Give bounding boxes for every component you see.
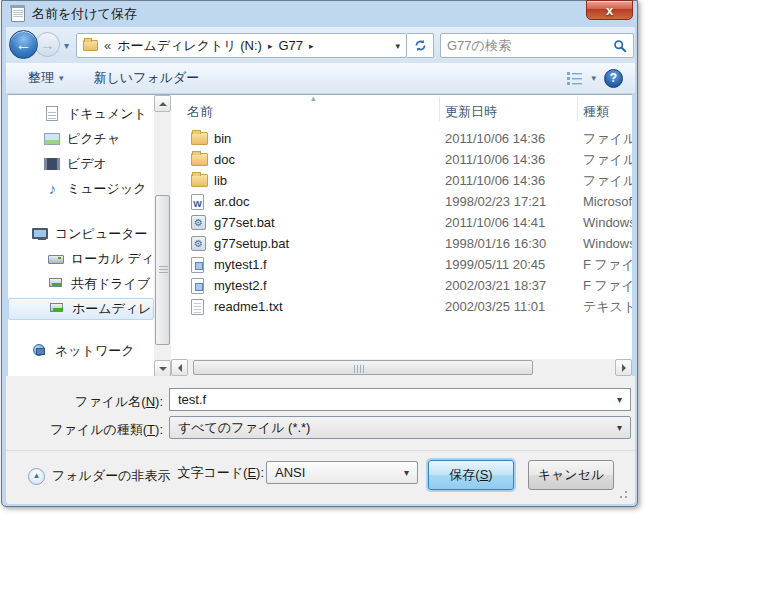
computer-icon [32, 226, 49, 242]
dialog-footer: ▲ フォルダーの非表示 文字コード(E): ANSI ▾ 保存(S) キャンセル [6, 450, 635, 504]
sidebar-item-music[interactable]: ♪ ミュージック [8, 178, 154, 200]
fortran-file-icon [191, 278, 204, 294]
filename-input[interactable]: test.f ▾ [169, 388, 631, 411]
list-header-row: ▴ 名前 更新日時 種類 [171, 95, 632, 123]
filetype-label: ファイルの種類(T): [50, 421, 163, 439]
forward-button[interactable]: → [35, 32, 60, 57]
filetype-select[interactable]: すべてのファイル (*.*) ▾ [169, 416, 631, 439]
filetype-value: すべてのファイル (*.*) [178, 419, 310, 437]
encoding-value: ANSI [275, 465, 305, 480]
list-horizontal-scrollbar[interactable] [171, 359, 632, 376]
scroll-right-button[interactable] [615, 359, 632, 376]
address-dropdown-icon[interactable]: ▾ [393, 41, 402, 51]
refresh-icon [414, 39, 427, 52]
sidebar-item-videos[interactable]: ビデオ [8, 153, 154, 175]
file-row[interactable]: bin 2011/10/06 14:36 ファイル フ [171, 128, 632, 149]
browse-pane: ドキュメント ピクチャ ビデオ ♪ ミュージック コンピューター ローカル ディ… [8, 94, 632, 376]
organize-button[interactable]: 整理 ▾ [20, 65, 72, 91]
sidebar-item-network[interactable]: ネットワーク [8, 340, 154, 362]
scroll-left-button[interactable] [171, 359, 188, 376]
chevron-down-icon: ▾ [404, 467, 409, 478]
refresh-button[interactable] [407, 33, 434, 58]
pictures-icon [44, 131, 61, 147]
sidebar-item-shared-drive[interactable]: 共有ドライブ (K [8, 273, 154, 295]
help-button[interactable]: ? [604, 69, 623, 88]
vertical-scroll-thumb[interactable] [155, 195, 170, 345]
forward-arrow-icon: → [41, 37, 55, 53]
collapse-up-icon: ▲ [28, 468, 45, 485]
search-placeholder: G77の検索 [447, 37, 613, 55]
breadcrumb-separator-icon[interactable]: ▸ [268, 41, 273, 51]
column-header-type[interactable]: 種類 [583, 103, 609, 121]
encoding-label: 文字コード(E): [177, 464, 264, 482]
resize-grip[interactable] [618, 489, 628, 499]
sidebar-vertical-scrollbar[interactable] [154, 95, 171, 377]
folder-icon [191, 153, 208, 166]
sidebar-item-local-disk[interactable]: ローカル ディス [8, 248, 154, 270]
save-button[interactable]: 保存(S) [428, 460, 514, 490]
chevron-down-icon[interactable]: ▾ [617, 394, 622, 405]
breadcrumb-overflow-chevrons[interactable]: « [104, 38, 111, 53]
batch-file-icon: ⚙ [191, 236, 206, 251]
column-header-date[interactable]: 更新日時 [445, 103, 497, 121]
file-row[interactable]: ⚙ g77setup.bat 1998/01/16 16:30 Windows … [171, 233, 632, 254]
cancel-button[interactable]: キャンセル [528, 460, 614, 490]
window-title: 名前を付けて保存 [32, 5, 137, 23]
column-divider[interactable] [439, 97, 440, 121]
file-row[interactable]: mytest2.f 2002/03/21 18:37 F ファイル [171, 275, 632, 296]
help-icon: ? [610, 71, 617, 85]
breadcrumb-separator-icon[interactable]: ▸ [309, 41, 314, 51]
file-row[interactable]: ⚙ g77set.bat 2011/10/06 14:41 Windows バ [171, 212, 632, 233]
hide-folders-button[interactable]: ▲ フォルダーの非表示 [28, 467, 171, 485]
sidebar-item-documents[interactable]: ドキュメント [8, 103, 154, 125]
file-row[interactable]: lib 2011/10/06 14:36 ファイル フ [171, 170, 632, 191]
network-drive-icon [49, 301, 66, 317]
horizontal-scroll-thumb[interactable] [193, 360, 533, 375]
command-toolbar: 整理 ▾ 新しいフォルダー ▾ ? [6, 63, 635, 94]
sidebar-item-home-directory[interactable]: ホームディレクト [8, 298, 154, 320]
file-row[interactable]: W ar.doc 1998/02/23 17:21 Microsoft W [171, 191, 632, 212]
navigation-bar: ← → ▾ « ホームディレクトリ (N:) ▸ G77 ▸ ▾ G77の検索 [6, 27, 635, 63]
back-button[interactable]: ← [9, 30, 38, 59]
views-dropdown-icon[interactable]: ▾ [591, 73, 596, 83]
recent-pages-dropdown[interactable]: ▾ [64, 40, 69, 51]
new-folder-button[interactable]: 新しいフォルダー [86, 65, 208, 91]
file-row[interactable]: doc 2011/10/06 14:36 ファイル フ [171, 149, 632, 170]
chevron-down-icon: ▾ [617, 422, 622, 433]
document-icon [44, 106, 61, 122]
column-divider[interactable] [577, 97, 578, 121]
scroll-up-button[interactable] [154, 95, 171, 112]
organize-label: 整理 [28, 69, 54, 87]
folder-icon [191, 132, 208, 145]
file-row[interactable]: mytest1.f 1999/05/11 20:45 F ファイル [171, 254, 632, 275]
column-header-name[interactable]: 名前 [187, 103, 213, 121]
scroll-down-button[interactable] [154, 360, 171, 377]
sidebar-item-pictures[interactable]: ピクチャ [8, 128, 154, 150]
title-bar[interactable]: 名前を付けて保存 [2, 1, 637, 27]
dialog-lower-area: ファイル名(N): test.f ▾ ファイルの種類(T): すべてのファイル … [6, 376, 635, 504]
address-bar[interactable]: « ホームディレクトリ (N:) ▸ G77 ▸ ▾ [76, 33, 407, 58]
network-drive-icon [48, 276, 65, 292]
folder-icon [191, 174, 208, 187]
filename-value: test.f [178, 392, 206, 407]
views-button[interactable] [566, 71, 583, 85]
sidebar-item-computer[interactable]: コンピューター [8, 223, 154, 245]
encoding-select[interactable]: ANSI ▾ [266, 461, 418, 484]
breadcrumb-item-current[interactable]: G77 [278, 38, 303, 53]
folder-icon [83, 40, 98, 51]
video-icon [44, 156, 61, 172]
filename-label: ファイル名(N): [75, 393, 163, 411]
music-note-icon: ♪ [44, 181, 61, 197]
search-input[interactable]: G77の検索 [440, 33, 634, 58]
notepad-app-icon [11, 6, 25, 22]
search-icon[interactable] [613, 39, 627, 53]
chevron-down-icon: ▾ [59, 73, 64, 83]
close-button[interactable]: x [586, 0, 633, 20]
views-list-icon [566, 71, 583, 85]
text-file-icon [191, 299, 204, 315]
navigation-sidebar: ドキュメント ピクチャ ビデオ ♪ ミュージック コンピューター ローカル ディ… [8, 95, 154, 377]
network-icon [32, 343, 49, 359]
close-icon: x [606, 3, 613, 18]
breadcrumb-item-drive[interactable]: ホームディレクトリ (N:) [117, 37, 262, 55]
file-row[interactable]: readme1.txt 2002/03/25 11:01 テキスト ド [171, 296, 632, 317]
